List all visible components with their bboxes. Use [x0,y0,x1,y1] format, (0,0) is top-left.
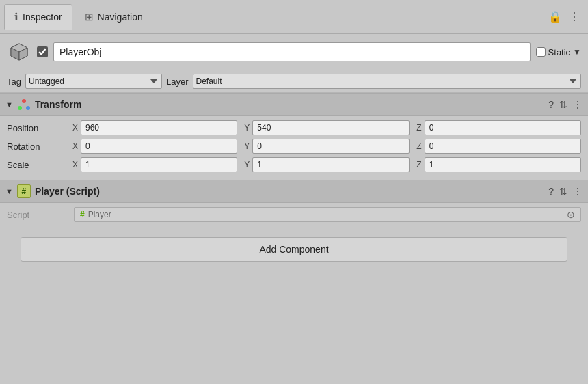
position-xyz-group: X Y Z [68,120,581,135]
rotation-y-label: Y [240,141,250,151]
static-label: Static [548,47,571,57]
add-component-button[interactable]: Add Component [21,237,567,262]
inspector-icon: ℹ [14,11,18,23]
tag-select[interactable]: Untagged [25,74,162,89]
transform-menu-btn[interactable]: ⋮ [573,99,583,110]
layer-label: Layer [166,77,189,87]
scale-y-input[interactable] [252,157,409,172]
object-active-checkbox[interactable] [37,46,48,57]
script-body: Script # Player ⊙ [0,203,588,226]
transform-settings-btn[interactable]: ⇅ [559,99,567,110]
position-z-input[interactable] [425,120,581,135]
transform-icon [17,98,31,111]
cube-icon [7,40,31,64]
script-section-title: Player (Script) [35,186,544,197]
static-dropdown-arrow[interactable]: ▼ [573,47,581,57]
transform-section-header: ▼ Transform ? ⇅ ⋮ [0,93,588,116]
layer-select[interactable]: Default [193,74,582,89]
transform-help-btn[interactable]: ? [548,99,554,110]
tab-inspector[interactable]: ℹ Inspector [4,4,72,30]
script-row: Script # Player ⊙ [7,207,581,222]
tab-inspector-label: Inspector [23,12,62,23]
scale-z-label: Z [412,160,422,169]
tab-bar: ℹ Inspector ⊞ Navigation 🔒 ⋮ [0,0,588,34]
position-z-label: Z [412,123,422,133]
navigation-icon: ⊞ [85,11,94,23]
position-x-label: X [68,123,78,133]
scale-label: Scale [7,160,68,170]
hash-icon: # [22,187,27,196]
object-name-input[interactable] [53,42,531,61]
script-section-actions: ? ⇅ ⋮ [548,186,583,197]
script-name: Player [88,210,111,219]
script-field-label: Script [7,210,68,220]
rotation-label: Rotation [7,141,68,152]
script-field-value[interactable]: # Player ⊙ [74,207,581,222]
script-hash-symbol: # [80,210,85,219]
scale-x-input[interactable] [81,157,237,172]
object-header: Static ▼ [0,34,588,70]
tab-navigation-label: Navigation [98,12,143,23]
script-field-inner: # Player [80,210,111,219]
scale-y-label: Y [240,160,250,169]
svg-point-5 [18,106,22,110]
transform-body: Position X Y Z Rotation X Y Z Scale X Y [0,116,588,180]
position-y-input[interactable] [252,120,409,135]
script-settings-btn[interactable]: ⇅ [559,186,567,197]
position-x-input[interactable] [81,120,237,135]
scale-xyz-group: X Y Z [68,157,581,172]
position-row: Position X Y Z [7,120,581,135]
rotation-z-input[interactable] [425,139,581,154]
tag-label: Tag [7,77,21,87]
tab-group: ℹ Inspector ⊞ Navigation [4,4,152,30]
svg-point-4 [22,99,26,103]
scale-z-input[interactable] [425,157,581,172]
rotation-y-input[interactable] [252,139,409,154]
transform-collapse-arrow[interactable]: ▼ [5,100,13,109]
add-component-area: Add Component [0,226,588,273]
position-label: Position [7,123,68,133]
lock-icon[interactable]: 🔒 [548,10,562,23]
svg-point-6 [26,106,30,110]
script-section-icon: # [17,184,31,198]
static-checkbox[interactable] [536,47,546,57]
rotation-x-label: X [68,141,78,151]
tag-layer-row: Tag Untagged Layer Default [0,70,588,93]
transform-section-actions: ? ⇅ ⋮ [548,99,583,110]
position-y-label: Y [240,123,250,133]
rotation-x-input[interactable] [81,139,237,154]
rotation-xyz-group: X Y Z [68,139,581,154]
script-section-header: ▼ # Player (Script) ? ⇅ ⋮ [0,180,588,203]
bottom-spacer [0,273,588,314]
rotation-row: Rotation X Y Z [7,139,581,154]
script-help-btn[interactable]: ? [548,186,554,197]
static-area: Static ▼ [536,47,581,57]
rotation-z-label: Z [412,141,422,151]
scale-row: Scale X Y Z [7,157,581,172]
tab-navigation[interactable]: ⊞ Navigation [75,4,152,30]
script-picker-icon[interactable]: ⊙ [567,209,575,220]
script-menu-btn[interactable]: ⋮ [573,186,583,197]
tab-bar-actions: 🔒 ⋮ [548,10,584,23]
kebab-menu-icon[interactable]: ⋮ [569,10,580,23]
scale-x-label: X [68,160,78,169]
transform-section-title: Transform [35,99,544,110]
script-collapse-arrow[interactable]: ▼ [5,187,13,195]
